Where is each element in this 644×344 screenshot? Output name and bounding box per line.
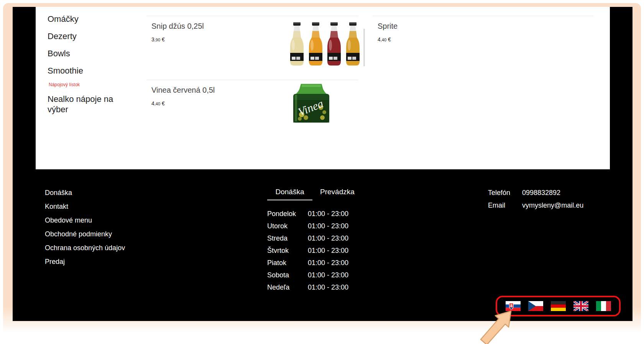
footer-link-obchodne-podmienky[interactable]: Obchodné podmienky <box>45 230 125 238</box>
product-column-2: Sprite 4,40€ <box>373 7 593 169</box>
language-flag-italian-icon[interactable] <box>596 301 611 311</box>
opening-hours-panel: Donáška Prevádzka Pondelok01:00 - 23:00 … <box>267 188 355 293</box>
phone-value: 0998832892 <box>522 188 560 197</box>
opening-hours-row: Pondelok01:00 - 23:00 <box>267 208 355 220</box>
sidebar-category-smoothie[interactable]: Smoothie <box>48 65 146 77</box>
product-row-sprite[interactable]: Sprite 4,40€ <box>373 16 593 80</box>
contact-info: Telefón 0998832892 Email vymysleny@mail.… <box>488 188 583 214</box>
sidebar-category-bowls[interactable]: Bowls <box>48 48 146 59</box>
footer-link-donaska[interactable]: Donáška <box>45 188 125 197</box>
opening-hours-table: Pondelok01:00 - 23:00 Utorok01:00 - 23:0… <box>267 208 355 293</box>
opening-hours-row: Nedeľa01:00 - 23:00 <box>267 281 355 293</box>
main-content: Omáčky Dezerty Bowls Smoothie Nápojový l… <box>36 7 610 169</box>
product-price: 3,90€ <box>151 36 165 43</box>
language-flag-english-icon[interactable] <box>573 301 588 311</box>
hours-tabs: Donáška Prevádzka <box>267 188 355 200</box>
email-value: vymysleny@mail.eu <box>522 201 583 210</box>
juice-bottles-image <box>288 22 361 66</box>
sidebar-category-dezerty[interactable]: Dezerty <box>48 30 146 42</box>
sidebar-category-omacky[interactable]: Omáčky <box>48 13 146 25</box>
contact-email-row: Email vymysleny@mail.eu <box>488 201 583 210</box>
footer-link-ochrana-udajov[interactable]: Ochrana osobných údajov <box>45 244 125 252</box>
footer-link-predaj[interactable]: Predaj <box>45 257 125 266</box>
annotation-highlight-box <box>496 296 621 316</box>
opening-hours-row: Utorok01:00 - 23:00 <box>267 220 355 232</box>
sidebar-category-nealko-napoje[interactable]: Nealko nápoje na výber <box>48 94 118 115</box>
cropped-image-edge <box>363 29 365 66</box>
category-sidebar: Omáčky Dezerty Bowls Smoothie Nápojový l… <box>36 7 146 169</box>
language-flag-german-icon[interactable] <box>551 301 566 311</box>
product-price: 4,40€ <box>378 36 391 43</box>
footer-link-obedove-menu[interactable]: Obedové menu <box>45 216 125 224</box>
page-background: Omáčky Dezerty Bowls Smoothie Nápojový l… <box>13 7 632 321</box>
menu-section-label: Nápojový lístok <box>49 82 146 87</box>
opening-hours-row: Streda01:00 - 23:00 <box>267 232 355 244</box>
opening-hours-row: Štvrtok01:00 - 23:00 <box>267 244 355 257</box>
contact-phone-row: Telefón 0998832892 <box>488 188 583 197</box>
footer-nav: Donáška Kontakt Obedové menu Obchodné po… <box>45 188 125 271</box>
tab-donaska[interactable]: Donáška <box>267 188 312 200</box>
product-row-vinea[interactable]: Vinea červená 0,5l 4,40€ Vinea <box>146 80 358 170</box>
product-name: Sprite <box>378 22 398 31</box>
opening-hours-row: Sobota01:00 - 23:00 <box>267 269 355 281</box>
language-flag-czech-icon[interactable] <box>528 301 543 311</box>
tab-prevadzka[interactable]: Prevádzka <box>320 188 355 196</box>
product-name: Snip džús 0,25l <box>151 22 204 31</box>
product-column-1: Snip džús 0,25l 3,90€ <box>146 7 358 169</box>
email-label: Email <box>488 201 522 210</box>
product-price: 4,40€ <box>151 100 165 106</box>
phone-label: Telefón <box>488 188 522 197</box>
product-row-snip-dzus[interactable]: Snip džús 0,25l 3,90€ <box>146 16 358 80</box>
product-name: Vinea červená 0,5l <box>151 86 215 95</box>
vinea-bottle-image: Vinea <box>290 84 332 123</box>
opening-hours-row: Piatok01:00 - 23:00 <box>267 257 355 269</box>
language-flag-slovak-icon[interactable] <box>506 301 521 311</box>
footer-link-kontakt[interactable]: Kontakt <box>45 202 125 211</box>
